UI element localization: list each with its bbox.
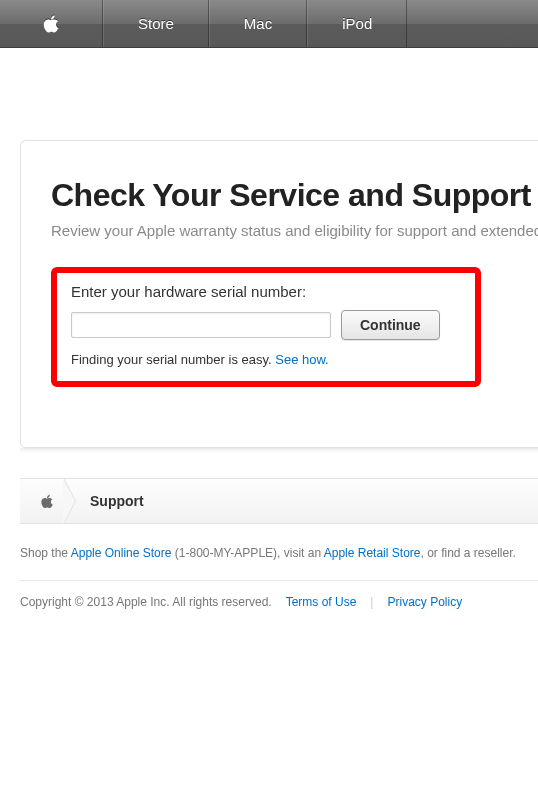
serial-label: Enter your hardware serial number: (71, 283, 461, 300)
coverage-card: Check Your Service and Support Coverage … (20, 140, 538, 448)
footer-shop-prefix: Shop the (20, 546, 71, 560)
footer-copyright: Copyright © 2013 Apple Inc. All rights r… (20, 595, 272, 609)
nav-item-ipod[interactable]: iPod (307, 0, 407, 47)
continue-button[interactable]: Continue (341, 310, 440, 340)
footer-divider: | (370, 595, 373, 609)
chevron-right-icon (64, 478, 78, 524)
breadcrumb-apple-icon[interactable] (34, 488, 60, 514)
footer-terms-link[interactable]: Terms of Use (286, 595, 357, 609)
footer-shop-phone: (1-800-MY-APPLE), visit an (171, 546, 323, 560)
page-title: Check Your Service and Support Coverage (51, 177, 538, 214)
serial-input-row: Continue (71, 310, 461, 340)
footer-privacy-link[interactable]: Privacy Policy (387, 595, 462, 609)
serial-help-line: Finding your serial number is easy. See … (71, 352, 461, 367)
serial-help-text: Finding your serial number is easy. (71, 352, 275, 367)
breadcrumb: Support (20, 478, 538, 524)
nav-item-mac[interactable]: Mac (209, 0, 307, 47)
serial-form-highlight: Enter your hardware serial number: Conti… (51, 267, 481, 387)
apple-logo-icon (40, 493, 54, 510)
serial-input[interactable] (71, 312, 331, 338)
footer-copy-line: Copyright © 2013 Apple Inc. All rights r… (20, 580, 538, 609)
nav-apple-logo[interactable] (0, 0, 103, 47)
top-nav: Store Mac iPod (0, 0, 538, 48)
card-shadow (20, 448, 538, 454)
footer-online-store-link[interactable]: Apple Online Store (71, 546, 172, 560)
footer-retail-store-link[interactable]: Apple Retail Store (324, 546, 421, 560)
footer-shop-line: Shop the Apple Online Store (1-800-MY-AP… (20, 546, 538, 560)
footer: Shop the Apple Online Store (1-800-MY-AP… (20, 546, 538, 609)
nav-item-store[interactable]: Store (103, 0, 209, 47)
see-how-link[interactable]: See how. (275, 352, 329, 367)
breadcrumb-current: Support (90, 493, 144, 509)
footer-shop-suffix: , or find a reseller. (420, 546, 515, 560)
apple-logo-icon (42, 13, 60, 35)
page-subtitle: Review your Apple warranty status and el… (51, 222, 538, 239)
